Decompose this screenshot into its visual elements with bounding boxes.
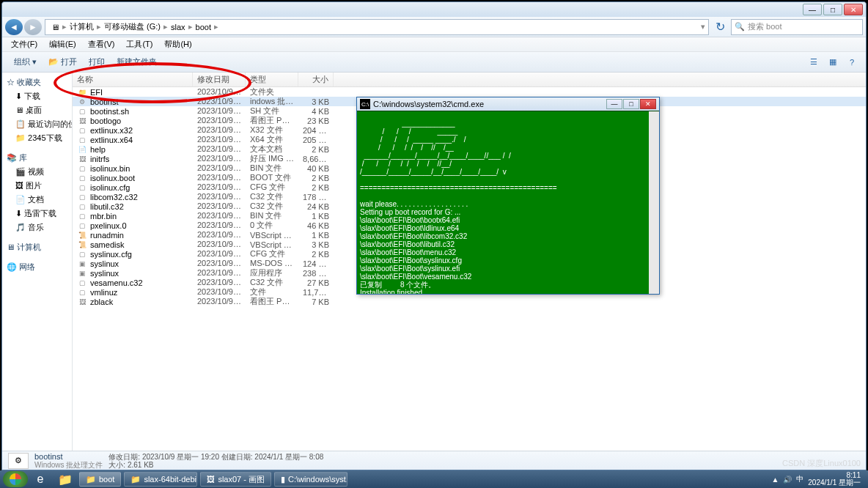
close-button[interactable]: ✕	[844, 4, 863, 15]
file-size: 7 KB	[298, 297, 334, 306]
task-icon: 📁	[130, 475, 141, 484]
maximize-button[interactable]: □	[823, 4, 842, 15]
task-label: C:\windows\syst...	[288, 475, 347, 484]
watermark: CSDN 深度Linux0100	[782, 458, 861, 469]
file-type: 看图王 PNG 图片...	[246, 296, 298, 307]
tray-overflow-icon[interactable]: ▲	[771, 476, 779, 484]
sidebar-group-header[interactable]: ☆ 收藏夹	[2, 75, 72, 89]
preview-pane-icon[interactable]: ▦	[825, 55, 841, 70]
tray-ime-icon[interactable]: 中	[796, 474, 803, 484]
sidebar: ☆ 收藏夹⬇ 下载🖥 桌面📋 最近访问的位置📁 2345下载📚 库🎬 视频🖼 图…	[2, 73, 73, 465]
cmd-scrollbar[interactable]	[649, 111, 659, 294]
file-size: 4 KB	[298, 107, 334, 116]
cmd-window[interactable]: C:\ C:\windows\system32\cmd.exe — □ ✕ __…	[356, 97, 660, 295]
breadcrumb-seg[interactable]: 可移动磁盘 (G:)	[101, 21, 163, 32]
exe-icon: ▣	[77, 269, 87, 278]
cmd-minimize-button[interactable]: —	[606, 99, 622, 109]
nav-forward-button[interactable]: ►	[24, 19, 42, 35]
file-name: isolinux.bin	[90, 164, 130, 173]
file-icon: ▢	[77, 288, 87, 297]
sidebar-item[interactable]: 📄 文档	[2, 193, 72, 207]
file-size: 2 KB	[298, 145, 334, 154]
sidebar-item[interactable]: 🖥 桌面	[2, 103, 72, 117]
view-mode-icon[interactable]: ☰	[806, 55, 822, 70]
sidebar-group-header[interactable]: 📚 库	[2, 151, 72, 165]
refresh-button[interactable]: ↻	[712, 20, 728, 34]
sidebar-item[interactable]: 📋 最近访问的位置	[2, 117, 72, 131]
sidebar-item[interactable]: ⬇ 迅雷下载	[2, 207, 72, 221]
breadcrumb[interactable]: 🖥 ▸ 计算机 ▸ 可移动磁盘 (G:) ▸ slax ▸ boot ▸ ▾	[45, 19, 709, 35]
toolbar-organize[interactable]: 组织 ▾	[8, 56, 43, 67]
file-type: VBScript Script ...	[246, 240, 298, 249]
col-type[interactable]: 类型	[246, 73, 298, 86]
file-size: 2 KB	[298, 183, 334, 192]
sidebar-item[interactable]: 🎬 视频	[2, 165, 72, 179]
sidebar-group-header[interactable]: 🌐 网络	[2, 260, 72, 274]
task-icon: 🖼	[207, 475, 215, 484]
menu-edit[interactable]: 编辑(E)	[43, 39, 82, 50]
taskbar-task[interactable]: 📁slax-64bit-debia...	[124, 472, 197, 487]
taskbar-task[interactable]: 🖼slax07 - 画图	[200, 472, 271, 487]
sidebar-group-header[interactable]: 🖥 计算机	[2, 240, 72, 254]
sidebar-item[interactable]: 🎵 音乐	[2, 221, 72, 234]
sidebar-item[interactable]: 🖼 图片	[2, 179, 72, 193]
file-row[interactable]: 📁EFI2023/10/9 星期...文件夹	[73, 87, 866, 97]
menu-help[interactable]: 帮助(H)	[158, 39, 197, 50]
toolbar-print[interactable]: 打印	[83, 56, 111, 67]
vbs-icon: 📜	[77, 240, 87, 249]
tray-volume-icon[interactable]: 🔊	[783, 476, 792, 484]
column-header[interactable]: 名称 修改日期 类型 大小	[73, 73, 866, 87]
file-icon: ▢	[77, 193, 87, 202]
search-input[interactable]: 🔍 搜索 boot	[731, 19, 863, 35]
file-name: libutil.c32	[90, 202, 124, 211]
task-label: slax-64bit-debia...	[144, 475, 197, 484]
file-type: VBScript Script ...	[246, 231, 298, 240]
folder-icon: 📁	[77, 88, 87, 97]
taskbar-task[interactable]: ▮C:\windows\syst...	[274, 472, 347, 487]
file-name: syslinux	[90, 269, 119, 278]
start-button[interactable]	[3, 471, 28, 487]
pinned-explorer-icon[interactable]: 📁	[53, 471, 78, 487]
file-name: initrfs	[90, 155, 109, 163]
minimize-button[interactable]: —	[803, 4, 822, 15]
col-size[interactable]: 大小	[298, 73, 334, 86]
file-size: 204 KB	[298, 126, 334, 135]
col-date[interactable]: 修改日期	[193, 73, 246, 86]
file-row[interactable]: 🖼zblack2023/10/9 星期...看图王 PNG 图片...7 KB	[73, 297, 866, 306]
file-icon: ▢	[77, 278, 87, 287]
menu-file[interactable]: 文件(F)	[5, 39, 43, 50]
pinned-ie-icon[interactable]: e	[28, 471, 53, 487]
nav-back-button[interactable]: ◄	[5, 19, 23, 35]
file-name: EFI	[90, 88, 103, 97]
help-icon[interactable]: ?	[844, 55, 860, 70]
breadcrumb-seg[interactable]: boot	[193, 23, 214, 32]
sidebar-item[interactable]: ⬇ 下载	[2, 89, 72, 103]
col-name[interactable]: 名称	[73, 73, 193, 86]
file-name: bootinst	[90, 97, 119, 106]
file-size: 27 KB	[298, 278, 334, 287]
file-icon: ▢	[77, 202, 87, 211]
file-size: 1 KB	[298, 212, 334, 221]
file-size: 24 KB	[298, 202, 334, 211]
cmd-maximize-button[interactable]: □	[623, 99, 639, 109]
tray[interactable]: ▲ 🔊 中 8:11 2024/1/1 星期一	[767, 472, 865, 487]
file-size: 205 KB	[298, 136, 334, 144]
sidebar-item[interactable]: 📁 2345下载	[2, 131, 72, 145]
status-meta-dates: 修改日期: 2023/10/9 星期一 19:20 创建日期: 2024/1/1…	[108, 453, 323, 461]
taskbar-task[interactable]: 📁boot	[79, 472, 121, 487]
menu-tools[interactable]: 工具(T)	[120, 39, 158, 50]
tray-clock[interactable]: 8:11 2024/1/1 星期一	[808, 472, 861, 487]
file-name: zblack	[90, 297, 113, 306]
file-name: extlinux.x64	[90, 136, 133, 144]
file-size: 124 KB	[298, 259, 334, 268]
toolbar-newfolder[interactable]: 新建文件夹	[111, 56, 163, 67]
cmd-titlebar[interactable]: C:\ C:\windows\system32\cmd.exe — □ ✕	[357, 97, 659, 111]
breadcrumb-seg[interactable]: slax	[168, 23, 188, 32]
file-name: vmlinuz	[90, 288, 117, 297]
menu-view[interactable]: 查看(V)	[82, 39, 121, 50]
toolbar-open[interactable]: 📂 打开	[43, 56, 83, 67]
file-size: 178 KB	[298, 193, 334, 202]
cmd-close-button[interactable]: ✕	[640, 99, 656, 109]
breadcrumb-seg[interactable]: 计算机	[67, 21, 97, 32]
task-icon: ▮	[281, 475, 285, 484]
